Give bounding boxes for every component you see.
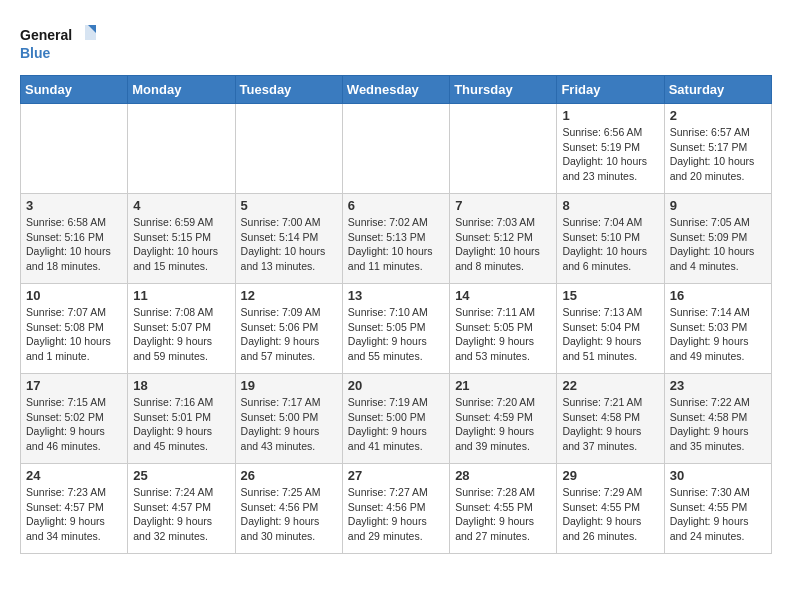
day-info: Sunrise: 7:15 AM Sunset: 5:02 PM Dayligh… [26,395,122,454]
day-number: 23 [670,378,766,393]
calendar-cell: 24Sunrise: 7:23 AM Sunset: 4:57 PM Dayli… [21,464,128,554]
day-number: 25 [133,468,229,483]
week-row-5: 24Sunrise: 7:23 AM Sunset: 4:57 PM Dayli… [21,464,772,554]
calendar-cell: 27Sunrise: 7:27 AM Sunset: 4:56 PM Dayli… [342,464,449,554]
day-number: 26 [241,468,337,483]
calendar-cell [21,104,128,194]
day-info: Sunrise: 6:56 AM Sunset: 5:19 PM Dayligh… [562,125,658,184]
week-row-2: 3Sunrise: 6:58 AM Sunset: 5:16 PM Daylig… [21,194,772,284]
day-number: 19 [241,378,337,393]
calendar-cell: 29Sunrise: 7:29 AM Sunset: 4:55 PM Dayli… [557,464,664,554]
day-info: Sunrise: 7:05 AM Sunset: 5:09 PM Dayligh… [670,215,766,274]
day-info: Sunrise: 7:09 AM Sunset: 5:06 PM Dayligh… [241,305,337,364]
day-number: 11 [133,288,229,303]
logo: General Blue [20,20,100,65]
week-row-4: 17Sunrise: 7:15 AM Sunset: 5:02 PM Dayli… [21,374,772,464]
calendar-cell: 3Sunrise: 6:58 AM Sunset: 5:16 PM Daylig… [21,194,128,284]
day-info: Sunrise: 7:30 AM Sunset: 4:55 PM Dayligh… [670,485,766,544]
page-header: General Blue [20,20,772,65]
day-number: 12 [241,288,337,303]
day-number: 7 [455,198,551,213]
day-info: Sunrise: 6:58 AM Sunset: 5:16 PM Dayligh… [26,215,122,274]
weekday-header-wednesday: Wednesday [342,76,449,104]
day-number: 8 [562,198,658,213]
day-info: Sunrise: 7:11 AM Sunset: 5:05 PM Dayligh… [455,305,551,364]
weekday-header-sunday: Sunday [21,76,128,104]
day-number: 14 [455,288,551,303]
day-info: Sunrise: 6:59 AM Sunset: 5:15 PM Dayligh… [133,215,229,274]
calendar-cell: 8Sunrise: 7:04 AM Sunset: 5:10 PM Daylig… [557,194,664,284]
calendar-cell: 17Sunrise: 7:15 AM Sunset: 5:02 PM Dayli… [21,374,128,464]
calendar-cell: 14Sunrise: 7:11 AM Sunset: 5:05 PM Dayli… [450,284,557,374]
calendar-table: SundayMondayTuesdayWednesdayThursdayFrid… [20,75,772,554]
day-number: 16 [670,288,766,303]
day-info: Sunrise: 7:29 AM Sunset: 4:55 PM Dayligh… [562,485,658,544]
day-info: Sunrise: 7:27 AM Sunset: 4:56 PM Dayligh… [348,485,444,544]
calendar-cell [450,104,557,194]
day-info: Sunrise: 7:07 AM Sunset: 5:08 PM Dayligh… [26,305,122,364]
day-number: 18 [133,378,229,393]
day-number: 6 [348,198,444,213]
day-number: 21 [455,378,551,393]
day-info: Sunrise: 7:20 AM Sunset: 4:59 PM Dayligh… [455,395,551,454]
day-number: 29 [562,468,658,483]
calendar-cell: 2Sunrise: 6:57 AM Sunset: 5:17 PM Daylig… [664,104,771,194]
calendar-cell: 7Sunrise: 7:03 AM Sunset: 5:12 PM Daylig… [450,194,557,284]
day-info: Sunrise: 7:17 AM Sunset: 5:00 PM Dayligh… [241,395,337,454]
calendar-cell: 30Sunrise: 7:30 AM Sunset: 4:55 PM Dayli… [664,464,771,554]
day-info: Sunrise: 7:00 AM Sunset: 5:14 PM Dayligh… [241,215,337,274]
calendar-cell: 28Sunrise: 7:28 AM Sunset: 4:55 PM Dayli… [450,464,557,554]
day-info: Sunrise: 7:25 AM Sunset: 4:56 PM Dayligh… [241,485,337,544]
day-number: 13 [348,288,444,303]
day-number: 2 [670,108,766,123]
calendar-cell: 15Sunrise: 7:13 AM Sunset: 5:04 PM Dayli… [557,284,664,374]
day-number: 22 [562,378,658,393]
day-info: Sunrise: 6:57 AM Sunset: 5:17 PM Dayligh… [670,125,766,184]
calendar-cell: 6Sunrise: 7:02 AM Sunset: 5:13 PM Daylig… [342,194,449,284]
day-number: 1 [562,108,658,123]
day-info: Sunrise: 7:21 AM Sunset: 4:58 PM Dayligh… [562,395,658,454]
calendar-cell: 16Sunrise: 7:14 AM Sunset: 5:03 PM Dayli… [664,284,771,374]
weekday-header-tuesday: Tuesday [235,76,342,104]
svg-text:Blue: Blue [20,45,51,61]
logo-icon: General Blue [20,20,100,65]
day-info: Sunrise: 7:22 AM Sunset: 4:58 PM Dayligh… [670,395,766,454]
day-info: Sunrise: 7:23 AM Sunset: 4:57 PM Dayligh… [26,485,122,544]
calendar-cell: 13Sunrise: 7:10 AM Sunset: 5:05 PM Dayli… [342,284,449,374]
calendar-cell: 20Sunrise: 7:19 AM Sunset: 5:00 PM Dayli… [342,374,449,464]
calendar-cell: 12Sunrise: 7:09 AM Sunset: 5:06 PM Dayli… [235,284,342,374]
calendar-cell: 11Sunrise: 7:08 AM Sunset: 5:07 PM Dayli… [128,284,235,374]
weekday-header-saturday: Saturday [664,76,771,104]
day-info: Sunrise: 7:24 AM Sunset: 4:57 PM Dayligh… [133,485,229,544]
day-info: Sunrise: 7:02 AM Sunset: 5:13 PM Dayligh… [348,215,444,274]
day-number: 3 [26,198,122,213]
calendar-cell: 4Sunrise: 6:59 AM Sunset: 5:15 PM Daylig… [128,194,235,284]
day-number: 17 [26,378,122,393]
day-number: 28 [455,468,551,483]
week-row-1: 1Sunrise: 6:56 AM Sunset: 5:19 PM Daylig… [21,104,772,194]
day-info: Sunrise: 7:16 AM Sunset: 5:01 PM Dayligh… [133,395,229,454]
day-info: Sunrise: 7:28 AM Sunset: 4:55 PM Dayligh… [455,485,551,544]
calendar-cell: 25Sunrise: 7:24 AM Sunset: 4:57 PM Dayli… [128,464,235,554]
day-info: Sunrise: 7:03 AM Sunset: 5:12 PM Dayligh… [455,215,551,274]
day-number: 30 [670,468,766,483]
calendar-cell: 5Sunrise: 7:00 AM Sunset: 5:14 PM Daylig… [235,194,342,284]
day-number: 20 [348,378,444,393]
day-number: 24 [26,468,122,483]
day-info: Sunrise: 7:04 AM Sunset: 5:10 PM Dayligh… [562,215,658,274]
calendar-cell: 22Sunrise: 7:21 AM Sunset: 4:58 PM Dayli… [557,374,664,464]
calendar-cell: 19Sunrise: 7:17 AM Sunset: 5:00 PM Dayli… [235,374,342,464]
day-number: 10 [26,288,122,303]
calendar-cell: 9Sunrise: 7:05 AM Sunset: 5:09 PM Daylig… [664,194,771,284]
calendar-cell: 26Sunrise: 7:25 AM Sunset: 4:56 PM Dayli… [235,464,342,554]
calendar-cell [128,104,235,194]
week-row-3: 10Sunrise: 7:07 AM Sunset: 5:08 PM Dayli… [21,284,772,374]
calendar-cell [235,104,342,194]
day-number: 9 [670,198,766,213]
calendar-cell [342,104,449,194]
weekday-header-monday: Monday [128,76,235,104]
day-info: Sunrise: 7:10 AM Sunset: 5:05 PM Dayligh… [348,305,444,364]
day-number: 15 [562,288,658,303]
day-number: 4 [133,198,229,213]
calendar-cell: 1Sunrise: 6:56 AM Sunset: 5:19 PM Daylig… [557,104,664,194]
